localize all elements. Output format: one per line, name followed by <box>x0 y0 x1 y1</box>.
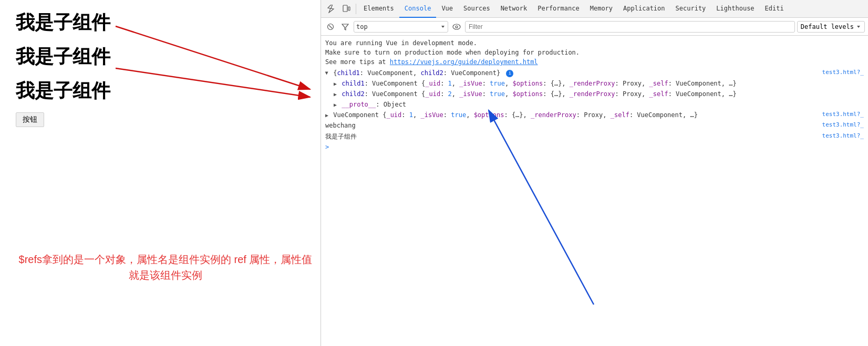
console-child1-prop[interactable]: ▶ child1: VueComponent {_uid: 1, _isVue:… <box>321 78 868 89</box>
proto-expand-text: ▶ __proto__: Object <box>334 100 406 109</box>
child1-rest: , _isVue: true, $options: {…}, _renderPr… <box>452 80 737 87</box>
refs-source[interactable]: test3.html?_ <box>822 68 864 77</box>
console-refs-object[interactable]: ▶ {child1: VueComponent, child2: VueComp… <box>321 68 868 78</box>
refs-object-key-child1: {child1: VueComponent, child2: VueCompon… <box>333 69 500 77</box>
child1-uid-val: 1 <box>448 80 452 87</box>
child2-triangle-icon: ▶ <box>334 91 337 97</box>
tab-elements[interactable]: Elements <box>358 0 399 18</box>
svg-marker-8 <box>441 26 445 28</box>
left-panel: 我是子组件 我是子组件 我是子组件 按钮 $refs拿到的是一个对象，属性名是组… <box>0 0 321 346</box>
child2-uid-val: 2 <box>448 90 452 98</box>
chinese-text-3: 我是子组件 <box>16 79 305 103</box>
refs-expand-text: ▶ {child1: VueComponent, child2: VueComp… <box>325 68 513 78</box>
context-selector[interactable]: top <box>354 21 448 33</box>
child2-key: child2 <box>342 90 364 98</box>
svg-marker-11 <box>857 26 860 28</box>
svg-point-10 <box>456 26 458 28</box>
tab-performance[interactable]: Performance <box>532 0 584 18</box>
vue-docs-link[interactable]: https://vuejs.org/guide/deployment.html <box>390 58 538 66</box>
child1-uid-colon: : <box>440 80 448 87</box>
child2-uid-colon: : <box>440 90 448 98</box>
console-proto-prop[interactable]: ▶ __proto__: Object <box>321 99 868 110</box>
vuecomponent-source[interactable]: test3.html?_ <box>822 110 864 119</box>
child2-rest: , _isVue: true, $options: {…}, _renderPr… <box>452 90 737 98</box>
devtools-tab-bar: Elements Console Vue Sources Network Per… <box>321 0 868 18</box>
context-value: top <box>356 23 438 30</box>
tab-lighthouse[interactable]: Lighthouse <box>711 0 759 18</box>
webchang-source[interactable]: test3.html?_ <box>822 121 864 130</box>
main-button[interactable]: 按钮 <box>16 112 44 127</box>
svg-line-7 <box>329 25 332 28</box>
child1-expand-text: ▶ child1: VueComponent {_uid: 1, _isVue:… <box>334 79 737 88</box>
tab-console[interactable]: Console <box>399 0 437 18</box>
inspect-icon[interactable] <box>324 2 339 16</box>
tab-security[interactable]: Security <box>670 0 711 18</box>
filter-icon[interactable] <box>339 20 352 33</box>
console-toolbar: top Default levels <box>321 18 868 36</box>
svg-rect-4 <box>343 5 347 12</box>
vuecomponent-expand-text: ▶ VueComponent {_uid: 1, _isVue: true, $… <box>325 110 698 120</box>
console-child2-prop[interactable]: ▶ child2: VueComponent {_uid: 2, _isVue:… <box>321 89 868 99</box>
proto-key: __proto__ <box>342 101 376 108</box>
eye-button[interactable] <box>450 20 463 33</box>
tab-application[interactable]: Application <box>618 0 670 18</box>
console-vuecomponent-object[interactable]: ▶ VueComponent {_uid: 1, _isVue: true, $… <box>321 110 868 120</box>
log-level-selector[interactable]: Default levels <box>797 21 865 33</box>
log-level-dropdown-icon <box>856 24 861 29</box>
device-icon[interactable] <box>339 2 354 16</box>
child-text-source[interactable]: test3.html?_ <box>822 132 864 141</box>
tab-separator <box>356 4 356 14</box>
chinese-text-1: 我是子组件 <box>16 11 305 35</box>
console-cursor[interactable]: > <box>321 142 868 152</box>
log-level-value: Default levels <box>801 23 854 30</box>
tab-vue[interactable]: Vue <box>436 0 458 18</box>
chinese-text-2: 我是子组件 <box>16 45 305 69</box>
vuecomponent-triangle-icon: ▶ <box>325 112 328 118</box>
svg-point-9 <box>453 24 460 29</box>
proto-value: : Object <box>376 101 406 108</box>
vuecomponent-text: VueComponent {_uid: 1, _isVue: true, $op… <box>333 111 698 119</box>
tab-memory[interactable]: Memory <box>585 0 618 18</box>
expand-triangle-icon: ▶ <box>323 71 331 75</box>
console-output: You are running Vue in development mode.… <box>321 36 868 346</box>
context-dropdown-icon <box>440 24 446 29</box>
child2-uid-key: _uid <box>425 90 440 98</box>
clear-console-button[interactable] <box>324 20 337 33</box>
proto-triangle-icon: ▶ <box>334 102 337 108</box>
child1-key: child1 <box>342 80 364 87</box>
console-vue-message: You are running Vue in development mode.… <box>321 38 868 68</box>
console-webchang-text: webchang <box>325 121 818 130</box>
console-webchang-line: webchang test3.html?_ <box>321 120 868 131</box>
tab-sources[interactable]: Sources <box>458 0 495 18</box>
svg-rect-5 <box>348 7 350 11</box>
annotation-text: $refs拿到的是一个对象，属性名是组件实例的 ref 属性，属性值就是该组件实… <box>16 251 315 283</box>
tab-network[interactable]: Network <box>495 0 533 18</box>
child2-expand-text: ▶ child2: VueComponent {_uid: 2, _isVue:… <box>334 89 737 99</box>
child1-triangle-icon: ▶ <box>334 81 337 87</box>
console-child-text-line: 我是子组件 test3.html?_ <box>321 131 868 142</box>
cursor-symbol: > <box>325 143 329 151</box>
child1-colon: : VueComponent { <box>365 80 426 87</box>
devtools-panel: Elements Console Vue Sources Network Per… <box>321 0 868 346</box>
info-icon: i <box>506 70 513 77</box>
tab-edit[interactable]: Editi <box>760 0 789 18</box>
console-child-text: 我是子组件 <box>325 132 818 141</box>
child1-uid-key: _uid <box>425 80 440 87</box>
console-vue-text: You are running Vue in development mode.… <box>325 38 864 67</box>
filter-input[interactable] <box>465 21 795 33</box>
child2-colon: : VueComponent { <box>365 90 426 98</box>
